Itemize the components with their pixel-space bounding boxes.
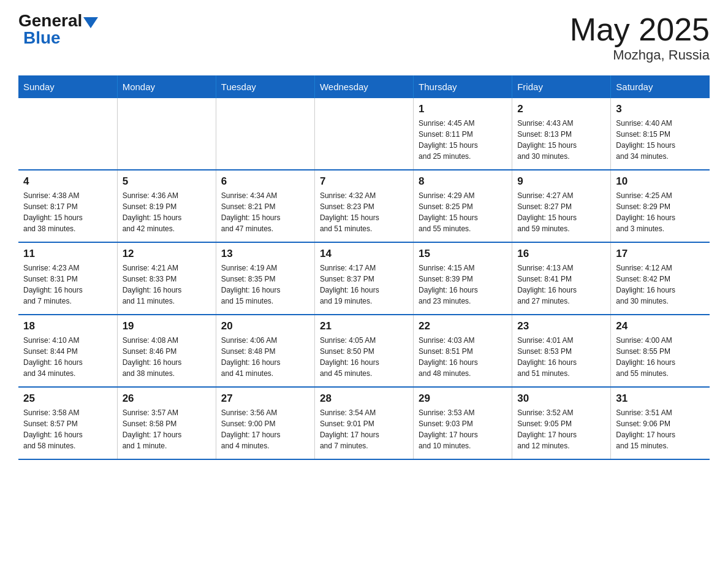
calendar-cell: 3Sunrise: 4:40 AM Sunset: 8:15 PM Daylig… [611, 98, 710, 170]
calendar-cell: 23Sunrise: 4:01 AM Sunset: 8:53 PM Dayli… [512, 315, 611, 387]
day-info: Sunrise: 4:06 AM Sunset: 8:48 PM Dayligh… [221, 335, 309, 379]
calendar-week-row: 11Sunrise: 4:23 AM Sunset: 8:31 PM Dayli… [18, 242, 710, 315]
day-number: 29 [419, 393, 507, 405]
calendar-cell: 20Sunrise: 4:06 AM Sunset: 8:48 PM Dayli… [216, 315, 314, 387]
calendar-week-row: 18Sunrise: 4:10 AM Sunset: 8:44 PM Dayli… [18, 315, 710, 387]
calendar-week-row: 1Sunrise: 4:45 AM Sunset: 8:11 PM Daylig… [18, 98, 710, 170]
day-info: Sunrise: 3:58 AM Sunset: 8:57 PM Dayligh… [23, 407, 112, 451]
day-number: 9 [517, 175, 605, 188]
weekday-header-friday: Friday [512, 75, 611, 98]
day-number: 1 [419, 103, 507, 115]
calendar-cell: 25Sunrise: 3:58 AM Sunset: 8:57 PM Dayli… [18, 387, 117, 459]
day-number: 24 [616, 320, 705, 332]
day-info: Sunrise: 4:34 AM Sunset: 8:21 PM Dayligh… [221, 190, 309, 234]
day-info: Sunrise: 4:10 AM Sunset: 8:44 PM Dayligh… [23, 335, 112, 379]
day-number: 5 [123, 175, 211, 188]
day-info: Sunrise: 3:51 AM Sunset: 9:06 PM Dayligh… [616, 407, 705, 451]
calendar-cell [314, 98, 413, 170]
day-number: 10 [616, 175, 705, 188]
day-number: 23 [517, 320, 605, 332]
day-info: Sunrise: 4:29 AM Sunset: 8:25 PM Dayligh… [419, 190, 507, 234]
day-number: 16 [517, 248, 605, 260]
calendar-cell: 12Sunrise: 4:21 AM Sunset: 8:33 PM Dayli… [117, 242, 216, 315]
day-info: Sunrise: 4:00 AM Sunset: 8:55 PM Dayligh… [616, 335, 705, 379]
calendar-cell: 5Sunrise: 4:36 AM Sunset: 8:19 PM Daylig… [117, 170, 216, 242]
day-number: 21 [320, 320, 408, 332]
day-info: Sunrise: 4:32 AM Sunset: 8:23 PM Dayligh… [320, 190, 408, 234]
day-number: 4 [23, 175, 112, 188]
day-number: 15 [419, 248, 507, 260]
calendar-cell: 11Sunrise: 4:23 AM Sunset: 8:31 PM Dayli… [18, 242, 117, 315]
day-number: 26 [123, 393, 211, 405]
calendar-cell: 21Sunrise: 4:05 AM Sunset: 8:50 PM Dayli… [314, 315, 413, 387]
day-number: 30 [517, 393, 605, 405]
calendar-cell [117, 98, 216, 170]
day-info: Sunrise: 4:05 AM Sunset: 8:50 PM Dayligh… [320, 335, 408, 379]
day-info: Sunrise: 4:12 AM Sunset: 8:42 PM Dayligh… [616, 262, 705, 307]
day-info: Sunrise: 4:01 AM Sunset: 8:53 PM Dayligh… [517, 335, 605, 379]
calendar-cell: 15Sunrise: 4:15 AM Sunset: 8:39 PM Dayli… [414, 242, 512, 315]
day-number: 19 [123, 320, 211, 332]
day-number: 31 [616, 393, 705, 405]
calendar-cell: 1Sunrise: 4:45 AM Sunset: 8:11 PM Daylig… [414, 98, 512, 170]
calendar-cell: 2Sunrise: 4:43 AM Sunset: 8:13 PM Daylig… [512, 98, 611, 170]
day-info: Sunrise: 4:25 AM Sunset: 8:29 PM Dayligh… [616, 190, 705, 234]
weekday-header-row: SundayMondayTuesdayWednesdayThursdayFrid… [18, 75, 710, 98]
month-year-title: May 2025 [570, 12, 710, 47]
day-info: Sunrise: 3:53 AM Sunset: 9:03 PM Dayligh… [419, 407, 507, 451]
day-info: Sunrise: 4:21 AM Sunset: 8:33 PM Dayligh… [123, 262, 211, 307]
day-number: 22 [419, 320, 507, 332]
calendar-cell: 13Sunrise: 4:19 AM Sunset: 8:35 PM Dayli… [216, 242, 314, 315]
day-number: 25 [23, 393, 112, 405]
weekday-header-wednesday: Wednesday [314, 75, 413, 98]
day-info: Sunrise: 4:45 AM Sunset: 8:11 PM Dayligh… [419, 118, 507, 162]
logo: General Blue [18, 12, 98, 47]
weekday-header-thursday: Thursday [414, 75, 512, 98]
calendar-cell: 4Sunrise: 4:38 AM Sunset: 8:17 PM Daylig… [18, 170, 117, 242]
day-info: Sunrise: 4:08 AM Sunset: 8:46 PM Dayligh… [123, 335, 211, 379]
calendar-cell: 28Sunrise: 3:54 AM Sunset: 9:01 PM Dayli… [314, 387, 413, 459]
day-info: Sunrise: 3:56 AM Sunset: 9:00 PM Dayligh… [221, 407, 309, 451]
day-number: 14 [320, 248, 408, 260]
calendar-cell [216, 98, 314, 170]
day-info: Sunrise: 4:19 AM Sunset: 8:35 PM Dayligh… [221, 262, 309, 307]
calendar-cell: 9Sunrise: 4:27 AM Sunset: 8:27 PM Daylig… [512, 170, 611, 242]
calendar-cell: 22Sunrise: 4:03 AM Sunset: 8:51 PM Dayli… [414, 315, 512, 387]
weekday-header-monday: Monday [117, 75, 216, 98]
day-info: Sunrise: 4:27 AM Sunset: 8:27 PM Dayligh… [517, 190, 605, 234]
day-number: 12 [123, 248, 211, 260]
calendar-cell: 14Sunrise: 4:17 AM Sunset: 8:37 PM Dayli… [314, 242, 413, 315]
calendar-table: SundayMondayTuesdayWednesdayThursdayFrid… [18, 75, 710, 460]
day-info: Sunrise: 3:54 AM Sunset: 9:01 PM Dayligh… [320, 407, 408, 451]
day-number: 17 [616, 248, 705, 260]
day-number: 6 [221, 175, 309, 188]
weekday-header-sunday: Sunday [18, 75, 117, 98]
day-info: Sunrise: 4:03 AM Sunset: 8:51 PM Dayligh… [419, 335, 507, 379]
day-number: 8 [419, 175, 507, 188]
day-info: Sunrise: 3:57 AM Sunset: 8:58 PM Dayligh… [123, 407, 211, 451]
calendar-cell: 6Sunrise: 4:34 AM Sunset: 8:21 PM Daylig… [216, 170, 314, 242]
calendar-cell [18, 98, 117, 170]
logo-blue-text: Blue [23, 29, 61, 47]
day-number: 7 [320, 175, 408, 188]
day-info: Sunrise: 4:17 AM Sunset: 8:37 PM Dayligh… [320, 262, 408, 307]
day-number: 2 [517, 103, 605, 115]
day-info: Sunrise: 4:23 AM Sunset: 8:31 PM Dayligh… [23, 262, 112, 307]
calendar-cell: 10Sunrise: 4:25 AM Sunset: 8:29 PM Dayli… [611, 170, 710, 242]
day-info: Sunrise: 4:40 AM Sunset: 8:15 PM Dayligh… [616, 118, 705, 162]
calendar-cell: 29Sunrise: 3:53 AM Sunset: 9:03 PM Dayli… [414, 387, 512, 459]
weekday-header-tuesday: Tuesday [216, 75, 314, 98]
day-number: 13 [221, 248, 309, 260]
day-info: Sunrise: 4:36 AM Sunset: 8:19 PM Dayligh… [123, 190, 211, 234]
calendar-cell: 27Sunrise: 3:56 AM Sunset: 9:00 PM Dayli… [216, 387, 314, 459]
page-header: General Blue May 2025 Mozhga, Russia [18, 12, 710, 63]
calendar-cell: 30Sunrise: 3:52 AM Sunset: 9:05 PM Dayli… [512, 387, 611, 459]
calendar-cell: 19Sunrise: 4:08 AM Sunset: 8:46 PM Dayli… [117, 315, 216, 387]
weekday-header-saturday: Saturday [611, 75, 710, 98]
calendar-cell: 16Sunrise: 4:13 AM Sunset: 8:41 PM Dayli… [512, 242, 611, 315]
day-info: Sunrise: 4:15 AM Sunset: 8:39 PM Dayligh… [419, 262, 507, 307]
title-block: May 2025 Mozhga, Russia [570, 12, 710, 63]
calendar-cell: 18Sunrise: 4:10 AM Sunset: 8:44 PM Dayli… [18, 315, 117, 387]
day-info: Sunrise: 3:52 AM Sunset: 9:05 PM Dayligh… [517, 407, 605, 451]
day-number: 20 [221, 320, 309, 332]
